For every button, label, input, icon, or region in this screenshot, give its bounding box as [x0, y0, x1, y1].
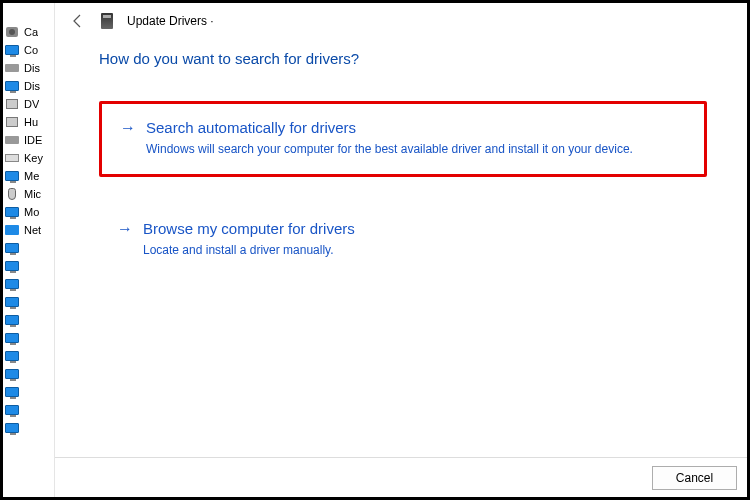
- arrow-right-icon: →: [120, 119, 136, 137]
- device-tree-label: Mic: [24, 188, 41, 200]
- device-tree-item[interactable]: Me: [3, 167, 54, 185]
- device-tree-label: Mo: [24, 206, 39, 218]
- dialog-footer: Cancel: [55, 457, 747, 497]
- option-browse-computer[interactable]: → Browse my computer for drivers Locate …: [99, 205, 707, 275]
- device-tree-item[interactable]: [3, 383, 54, 401]
- monitor-icon: [4, 404, 20, 416]
- monitor-icon: [4, 44, 20, 56]
- device-tree-item[interactable]: Mo: [3, 203, 54, 221]
- device-tree-item[interactable]: Co: [3, 41, 54, 59]
- device-tree-label: Dis: [24, 80, 40, 92]
- device-tree-item[interactable]: [3, 275, 54, 293]
- option-search-automatically[interactable]: → Search automatically for drivers Windo…: [99, 101, 707, 177]
- net-icon: [4, 224, 20, 236]
- keyboard-icon: [4, 152, 20, 164]
- monitor-icon: [4, 242, 20, 254]
- device-tree-item[interactable]: DV: [3, 95, 54, 113]
- device-tree-item[interactable]: IDE: [3, 131, 54, 149]
- device-tree-label: Me: [24, 170, 39, 182]
- device-tree-item[interactable]: [3, 257, 54, 275]
- device-tree-item[interactable]: Mic: [3, 185, 54, 203]
- device-tree-item[interactable]: Dis: [3, 77, 54, 95]
- device-tree-item[interactable]: [3, 365, 54, 383]
- cancel-button[interactable]: Cancel: [652, 466, 737, 490]
- device-tree-item[interactable]: Ca: [3, 23, 54, 41]
- monitor-icon: [4, 80, 20, 92]
- option-description: Locate and install a driver manually.: [143, 241, 643, 259]
- option-title: Search automatically for drivers: [146, 119, 356, 136]
- device-tree-item[interactable]: [3, 329, 54, 347]
- hdd-icon: [4, 134, 20, 146]
- device-manager-sidebar: CaCoDisDisDVHuIDEKeyMeMicMoNet: [3, 3, 55, 497]
- update-drivers-dialog: Update Drivers · How do you want to sear…: [55, 3, 747, 497]
- monitor-icon: [4, 314, 20, 326]
- device-tree-label: Key: [24, 152, 43, 164]
- device-tree-item[interactable]: Key: [3, 149, 54, 167]
- device-tree-item[interactable]: Hu: [3, 113, 54, 131]
- option-title: Browse my computer for drivers: [143, 220, 355, 237]
- device-tree-item[interactable]: [3, 293, 54, 311]
- monitor-icon: [4, 386, 20, 398]
- device-tree-item[interactable]: [3, 347, 54, 365]
- usb-icon: [4, 98, 20, 110]
- dialog-titlebar: Update Drivers ·: [55, 3, 747, 36]
- device-tree-item[interactable]: [3, 311, 54, 329]
- monitor-icon: [4, 350, 20, 362]
- camera-icon: [4, 26, 20, 38]
- monitor-icon: [4, 206, 20, 218]
- dialog-content: How do you want to search for drivers? →…: [55, 36, 747, 275]
- device-tree-item[interactable]: Net: [3, 221, 54, 239]
- mouse-icon: [4, 188, 20, 200]
- monitor-icon: [4, 422, 20, 434]
- device-tree-label: Co: [24, 44, 38, 56]
- arrow-right-icon: →: [117, 220, 133, 238]
- device-tree-item[interactable]: [3, 239, 54, 257]
- device-tree-item[interactable]: Dis: [3, 59, 54, 77]
- dialog-title: Update Drivers ·: [127, 14, 214, 28]
- monitor-icon: [4, 332, 20, 344]
- option-description: Windows will search your computer for th…: [146, 140, 646, 158]
- device-tree-label: Dis: [24, 62, 40, 74]
- monitor-icon: [4, 170, 20, 182]
- device-tree-item[interactable]: [3, 419, 54, 437]
- monitor-icon: [4, 368, 20, 380]
- hdd-icon: [4, 62, 20, 74]
- device-tree-label: Net: [24, 224, 41, 236]
- device-tree-label: Hu: [24, 116, 38, 128]
- device-tree-label: IDE: [24, 134, 42, 146]
- dialog-heading: How do you want to search for drivers?: [99, 50, 707, 67]
- monitor-icon: [4, 296, 20, 308]
- usb-icon: [4, 116, 20, 128]
- back-arrow-icon[interactable]: [69, 12, 87, 30]
- device-tree-item[interactable]: [3, 401, 54, 419]
- monitor-icon: [4, 260, 20, 272]
- monitor-icon: [4, 278, 20, 290]
- device-tree-label: Ca: [24, 26, 38, 38]
- driver-device-icon: [101, 13, 113, 29]
- device-tree-label: DV: [24, 98, 39, 110]
